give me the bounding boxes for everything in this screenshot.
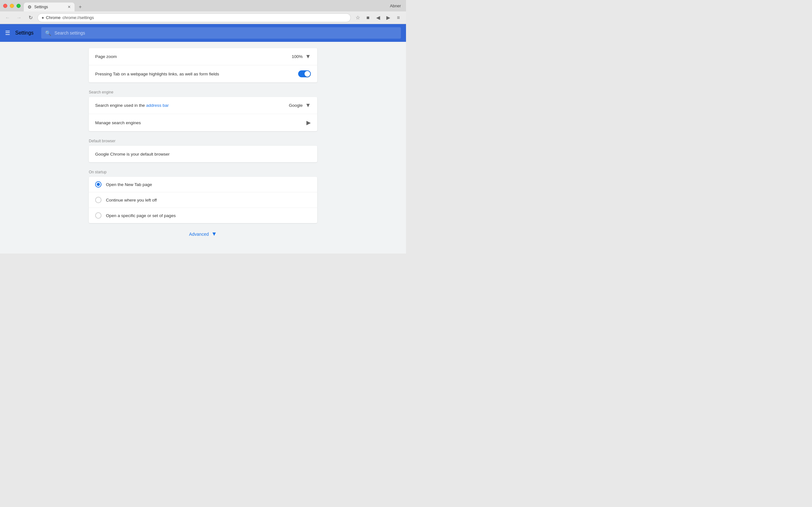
chrome-icon: ● bbox=[42, 15, 44, 20]
search-engine-section-label: Search engine bbox=[89, 85, 317, 97]
startup-radio-2[interactable] bbox=[95, 212, 101, 219]
manage-search-engines-label: Manage search engines bbox=[95, 120, 306, 125]
search-engine-card: Search engine used in the address bar Go… bbox=[89, 97, 317, 131]
menu-button[interactable]: ≡ bbox=[394, 13, 403, 22]
hamburger-icon[interactable]: ☰ bbox=[5, 30, 10, 37]
search-box[interactable]: 🔍 Search settings bbox=[41, 27, 401, 39]
default-browser-section-label: Default browser bbox=[89, 134, 317, 146]
search-engine-dropdown-arrow: ▼ bbox=[305, 102, 311, 109]
window-controls bbox=[3, 4, 20, 8]
address-bar[interactable]: ● Chrome chrome://settings bbox=[38, 13, 351, 22]
refresh-button[interactable]: ↻ bbox=[26, 13, 35, 22]
manage-search-engines-row[interactable]: Manage search engines ▶ bbox=[89, 114, 317, 131]
settings-header: ☰ Settings 🔍 Search settings bbox=[0, 24, 406, 42]
minimize-button[interactable] bbox=[10, 4, 14, 8]
close-button[interactable] bbox=[3, 4, 7, 8]
back-button[interactable]: ← bbox=[3, 13, 12, 22]
search-placeholder: Search settings bbox=[55, 31, 85, 36]
tab-highlight-toggle[interactable] bbox=[298, 70, 311, 77]
search-engine-row: Search engine used in the address bar Go… bbox=[89, 97, 317, 114]
manage-search-engines-arrow: ▶ bbox=[306, 119, 311, 126]
startup-radio-1[interactable] bbox=[95, 197, 101, 203]
page-zoom-row: Page zoom 100% ▼ bbox=[89, 48, 317, 65]
nav-back-icon[interactable]: ◀ bbox=[374, 13, 383, 22]
search-icon: 🔍 bbox=[45, 30, 51, 36]
startup-option-label-0: Open the New Tab page bbox=[106, 182, 152, 187]
address-bar-link[interactable]: address bar bbox=[146, 103, 169, 108]
main-content: Page zoom 100% ▼ Pressing Tab on a webpa… bbox=[0, 42, 406, 253]
tab-area: ⚙ Settings ✕ + bbox=[24, 0, 85, 11]
default-browser-message: Google Chrome is your default browser bbox=[95, 152, 311, 157]
settings-title: Settings bbox=[15, 30, 34, 36]
toggle-knob bbox=[305, 71, 310, 77]
default-browser-card: Google Chrome is your default browser bbox=[89, 146, 317, 162]
advanced-label: Advanced bbox=[189, 232, 209, 237]
search-engine-dropdown[interactable]: Google ▼ bbox=[289, 102, 311, 109]
startup-option-2[interactable]: Open a specific page or set of pages bbox=[89, 208, 317, 223]
maximize-button[interactable] bbox=[16, 4, 20, 8]
startup-option-label-1: Continue where you left off bbox=[106, 198, 157, 203]
advanced-button[interactable]: Advanced ▼ bbox=[89, 226, 317, 242]
chrome-label: Chrome bbox=[46, 15, 61, 20]
tab-close-button[interactable]: ✕ bbox=[67, 5, 71, 9]
startup-option-label-2: Open a specific page or set of pages bbox=[106, 213, 176, 218]
user-name: Abner bbox=[390, 3, 401, 8]
nav-fwd-icon[interactable]: ▶ bbox=[384, 13, 393, 22]
search-engine-text: Search engine used in the bbox=[95, 103, 146, 108]
startup-option-0[interactable]: Open the New Tab page bbox=[89, 177, 317, 192]
radio-inner-0 bbox=[97, 183, 100, 186]
tab-highlight-label: Pressing Tab on a webpage highlights lin… bbox=[95, 72, 298, 76]
content-area: Page zoom 100% ▼ Pressing Tab on a webpa… bbox=[89, 42, 317, 249]
new-tab-button[interactable]: + bbox=[76, 3, 85, 11]
forward-button[interactable]: → bbox=[14, 13, 23, 22]
appearance-card: Page zoom 100% ▼ Pressing Tab on a webpa… bbox=[89, 48, 317, 82]
settings-tab-icon: ⚙ bbox=[28, 4, 32, 9]
pocket-button[interactable]: ■ bbox=[363, 13, 372, 22]
page-zoom-dropdown-arrow: ▼ bbox=[305, 53, 311, 60]
page-zoom-label: Page zoom bbox=[95, 54, 292, 59]
on-startup-card: Open the New Tab page Continue where you… bbox=[89, 177, 317, 223]
nav-bar: ← → ↻ ● Chrome chrome://settings ☆ ■ ◀ ▶… bbox=[0, 11, 406, 24]
page-zoom-value: 100% bbox=[292, 54, 303, 59]
on-startup-section-label: On startup bbox=[89, 165, 317, 177]
startup-option-1[interactable]: Continue where you left off bbox=[89, 192, 317, 208]
default-browser-row: Google Chrome is your default browser bbox=[89, 146, 317, 162]
search-engine-value: Google bbox=[289, 103, 303, 108]
search-engine-label: Search engine used in the address bar bbox=[95, 103, 289, 108]
page-zoom-dropdown[interactable]: 100% ▼ bbox=[292, 53, 311, 60]
startup-radio-0[interactable] bbox=[95, 181, 101, 187]
settings-tab[interactable]: ⚙ Settings ✕ bbox=[24, 3, 74, 11]
address-url: chrome://settings bbox=[62, 15, 94, 20]
advanced-chevron-icon: ▼ bbox=[211, 231, 217, 237]
title-bar: ⚙ Settings ✕ + Abner bbox=[0, 0, 406, 11]
bookmark-button[interactable]: ☆ bbox=[353, 13, 362, 22]
tab-highlight-row: Pressing Tab on a webpage highlights lin… bbox=[89, 65, 317, 82]
nav-actions: ☆ ■ ◀ ▶ ≡ bbox=[353, 13, 403, 22]
settings-tab-title: Settings bbox=[34, 5, 48, 9]
